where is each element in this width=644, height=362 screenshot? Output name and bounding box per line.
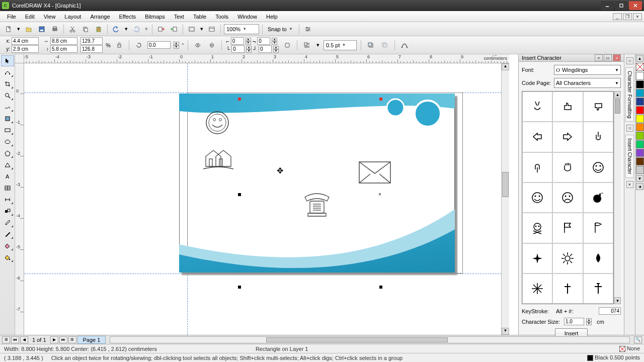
selection-handle[interactable] xyxy=(238,193,241,196)
to-back-button[interactable] xyxy=(379,40,390,51)
undo-button[interactable] xyxy=(111,24,122,35)
print-button[interactable] xyxy=(49,24,60,35)
char-cell[interactable] xyxy=(552,92,583,122)
close-button[interactable] xyxy=(629,1,642,10)
app-launcher-button[interactable] xyxy=(186,24,197,35)
redo-button[interactable] xyxy=(131,24,142,35)
char-cell[interactable] xyxy=(522,92,552,122)
char-cell[interactable] xyxy=(552,183,583,213)
import-button[interactable] xyxy=(155,24,167,35)
char-cell[interactable] xyxy=(583,152,613,183)
redo-dropdown[interactable]: ▾ xyxy=(144,26,149,32)
copy-button[interactable] xyxy=(80,24,91,35)
open-button[interactable] xyxy=(23,24,34,35)
corner-spinner[interactable]: ▲▼ xyxy=(246,46,252,53)
node-handle[interactable] xyxy=(238,98,241,101)
minimize-button[interactable] xyxy=(601,1,614,10)
color-swatch[interactable] xyxy=(636,72,644,80)
char-cell[interactable] xyxy=(583,92,613,122)
height-input[interactable] xyxy=(50,45,77,53)
color-swatch[interactable] xyxy=(636,132,644,140)
menu-bitmaps[interactable]: Bitmaps xyxy=(141,12,169,21)
mdi-minimize-button[interactable]: _ xyxy=(613,13,622,20)
lock-ratio-button[interactable] xyxy=(114,40,125,51)
wrap-text-button[interactable] xyxy=(301,40,312,51)
tab-char-formatting[interactable]: Character Formatting xyxy=(625,67,634,122)
corner-spinner[interactable]: ▲▼ xyxy=(246,38,251,45)
keystroke-input[interactable] xyxy=(599,307,621,315)
color-swatch[interactable] xyxy=(636,140,644,148)
wrap-dropdown[interactable]: ▾ xyxy=(315,42,320,48)
color-swatch[interactable] xyxy=(636,166,644,174)
color-swatch[interactable] xyxy=(636,157,644,165)
undo-dropdown[interactable]: ▾ xyxy=(124,26,129,32)
menu-view[interactable]: View xyxy=(40,12,60,21)
selection-handle[interactable] xyxy=(238,286,241,289)
vertical-ruler[interactable]: 10-1-2-3-4-5-6-7-8 xyxy=(15,63,24,335)
char-cell[interactable] xyxy=(522,122,552,152)
ruler-origin[interactable] xyxy=(15,54,24,63)
color-swatch[interactable] xyxy=(636,123,644,131)
char-scroll[interactable]: ▲▼ xyxy=(614,91,621,304)
color-swatch[interactable] xyxy=(636,115,644,123)
polygon-tool[interactable] xyxy=(1,148,14,159)
tabstrip-close-button[interactable]: × xyxy=(626,181,633,188)
docker-close-button[interactable]: × xyxy=(613,54,621,61)
new-dropdown[interactable]: ▾ xyxy=(16,26,21,32)
canvas-vscroll[interactable]: ▲ ▼ xyxy=(501,63,509,335)
y-input[interactable] xyxy=(12,45,39,53)
options-button[interactable] xyxy=(302,24,313,35)
horizontal-ruler[interactable]: -6-5-4-3-2-101234567891011 xyxy=(24,54,509,63)
zoom-combo[interactable]: 100%▼ xyxy=(224,24,259,34)
x-input[interactable] xyxy=(12,37,39,45)
rectangle-tool[interactable] xyxy=(1,125,14,136)
zoom-tool[interactable] xyxy=(1,90,14,101)
rotation-input[interactable] xyxy=(147,41,171,49)
smart-fill-tool[interactable] xyxy=(1,113,14,124)
page-prev-button[interactable]: ◀ xyxy=(20,336,28,343)
interactive-tool[interactable] xyxy=(1,206,14,217)
char-cell[interactable] xyxy=(522,274,552,304)
pick-tool[interactable] xyxy=(1,55,14,66)
tabstrip-star-button[interactable]: ☆ xyxy=(626,125,633,132)
char-cell[interactable] xyxy=(583,183,613,213)
font-combo[interactable]: OWingdings▼ xyxy=(554,65,621,75)
menu-arrange[interactable]: Arrange xyxy=(86,12,114,21)
to-front-button[interactable] xyxy=(365,40,376,51)
save-button[interactable] xyxy=(36,24,47,35)
cut-button[interactable] xyxy=(67,24,78,35)
char-cell[interactable] xyxy=(552,213,583,243)
color-swatch[interactable] xyxy=(636,89,644,97)
selection-center[interactable]: × xyxy=(378,192,381,197)
text-tool[interactable]: A xyxy=(1,171,14,182)
page-add-button[interactable]: ⊞ xyxy=(2,336,10,343)
page-add-after-button[interactable]: ⊞ xyxy=(68,336,76,343)
menu-layout[interactable]: Layout xyxy=(60,12,85,21)
docker-titlebar[interactable]: Insert Character » ▭ × xyxy=(519,54,624,62)
basic-shapes-tool[interactable] xyxy=(1,159,14,170)
tabstrip-star-button[interactable]: ☆ xyxy=(626,57,633,64)
paste-button[interactable] xyxy=(93,24,104,35)
shape-tool[interactable] xyxy=(1,67,14,78)
palette-flyout-button[interactable]: ◄ xyxy=(636,183,643,190)
char-size-spinner[interactable]: ▲▼ xyxy=(586,318,592,325)
welcome-button[interactable] xyxy=(206,24,217,35)
char-cell[interactable] xyxy=(583,274,613,304)
canvas-hscroll[interactable] xyxy=(110,336,630,343)
rotation-spinner[interactable]: ▲▼ xyxy=(174,42,179,49)
convert-curves-button[interactable] xyxy=(399,40,410,51)
menu-file[interactable]: File xyxy=(3,12,20,21)
menu-help[interactable]: Help xyxy=(262,12,282,21)
corner-tl-input[interactable] xyxy=(231,37,244,45)
page-first-button[interactable]: ⏮ xyxy=(11,336,19,343)
color-swatch[interactable] xyxy=(636,98,644,106)
zoom-page-button[interactable]: 🔍 xyxy=(634,336,642,343)
char-cell[interactable] xyxy=(552,122,583,152)
no-fill-swatch[interactable] xyxy=(636,63,644,71)
corner-spinner[interactable]: ▲▼ xyxy=(273,46,279,53)
mirror-v-button[interactable] xyxy=(206,40,217,51)
fill-tool[interactable] xyxy=(1,240,14,251)
char-cell[interactable] xyxy=(583,213,613,243)
round-corners-together-button[interactable] xyxy=(282,40,293,51)
color-swatch[interactable] xyxy=(636,80,644,88)
